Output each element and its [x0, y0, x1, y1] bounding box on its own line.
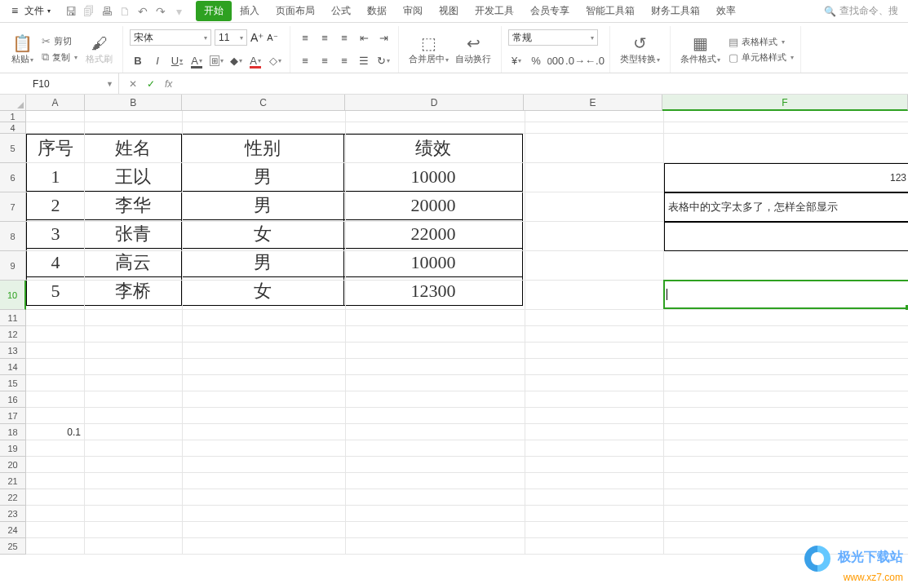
copy-button[interactable]: ⧉复制▾ — [42, 51, 78, 64]
align-middle-button[interactable]: ≡ — [317, 29, 333, 46]
cell-C16[interactable] — [183, 391, 346, 408]
cell-A5[interactable] — [26, 134, 85, 163]
tab-efficiency[interactable]: 效率 — [708, 1, 744, 21]
cell-B13[interactable] — [85, 343, 183, 359]
cell-E9[interactable] — [525, 251, 664, 281]
decrease-font-button[interactable]: A⁻ — [267, 33, 277, 43]
row-header-14[interactable]: 14 — [0, 359, 26, 375]
tab-review[interactable]: 审阅 — [395, 1, 431, 21]
cell-C4[interactable] — [183, 122, 346, 134]
cell-C9[interactable] — [183, 251, 346, 281]
decrease-decimal-button[interactable]: ←.0 — [587, 53, 603, 69]
column-headers[interactable]: ABCDEF — [26, 95, 908, 111]
cell-D20[interactable] — [346, 457, 525, 473]
cell-D9[interactable] — [346, 251, 525, 281]
cell-B22[interactable] — [85, 489, 183, 506]
format-painter-button[interactable]: 🖌 格式刷 — [82, 33, 116, 67]
increase-font-button[interactable]: A⁺ — [250, 31, 264, 44]
cell-E17[interactable] — [525, 408, 664, 424]
tab-formulas[interactable]: 公式 — [323, 1, 359, 21]
cell-F8[interactable] — [664, 222, 908, 251]
cell-C12[interactable] — [183, 326, 346, 343]
italic-button[interactable]: I — [149, 53, 166, 69]
cell-A17[interactable] — [26, 408, 85, 424]
row-header-7[interactable]: 7 — [0, 192, 26, 222]
cell-E19[interactable] — [525, 440, 664, 457]
cell-B9[interactable] — [85, 251, 183, 281]
row-header-9[interactable]: 9 — [0, 251, 26, 281]
cell-C5[interactable] — [183, 134, 346, 163]
row-header-22[interactable]: 22 — [0, 489, 26, 506]
align-top-button[interactable]: ≡ — [297, 29, 313, 46]
cell-A9[interactable] — [26, 251, 85, 281]
row-headers[interactable]: 145678910111213141516171819202122232425 — [0, 111, 26, 588]
cell-D22[interactable] — [346, 489, 525, 506]
indent-increase-button[interactable]: ⇥ — [375, 29, 392, 46]
cell-C23[interactable] — [183, 506, 346, 522]
cell-D11[interactable] — [346, 310, 525, 326]
increase-decimal-button[interactable]: .0→ — [567, 53, 583, 69]
row-header-11[interactable]: 11 — [0, 310, 26, 326]
cells-area[interactable]: 序号姓名性别绩效1王以男100002李华男200003张青女220004高云男1… — [26, 111, 908, 588]
cell-B7[interactable] — [85, 192, 183, 222]
cell-E20[interactable] — [525, 457, 664, 473]
col-header-F[interactable]: F — [662, 95, 908, 111]
cell-A24[interactable] — [26, 522, 85, 538]
cell-A23[interactable] — [26, 506, 85, 522]
cell-C8[interactable] — [183, 222, 346, 251]
cell-F14[interactable] — [664, 359, 908, 375]
cell-F10[interactable] — [664, 281, 908, 310]
spreadsheet-grid[interactable]: ABCDEF 145678910111213141516171819202122… — [0, 95, 908, 588]
cell-F5[interactable] — [664, 134, 908, 163]
cell-B15[interactable] — [85, 375, 183, 391]
align-center-button[interactable]: ≡ — [317, 53, 333, 69]
tab-data[interactable]: 数据 — [359, 1, 395, 21]
percent-button[interactable]: % — [528, 53, 544, 69]
cell-D14[interactable] — [346, 359, 525, 375]
cell-E13[interactable] — [525, 343, 664, 359]
cell-E6[interactable] — [525, 163, 664, 192]
cell-B10[interactable] — [85, 281, 183, 310]
cell-A10[interactable] — [26, 281, 85, 310]
cell-B16[interactable] — [85, 391, 183, 408]
cell-E4[interactable] — [525, 122, 664, 134]
distribute-button[interactable]: ☰ — [356, 53, 372, 69]
cell-F15[interactable] — [664, 375, 908, 391]
row-header-12[interactable]: 12 — [0, 326, 26, 343]
cell-B6[interactable] — [85, 163, 183, 192]
cell-F17[interactable] — [664, 408, 908, 424]
row-header-10[interactable]: 10 — [0, 281, 26, 310]
cell-F11[interactable] — [664, 310, 908, 326]
cell-E14[interactable] — [525, 359, 664, 375]
cell-F18[interactable] — [664, 424, 908, 440]
print-preview-icon[interactable]: 🗋 — [116, 5, 134, 18]
paste-button[interactable]: 📋 粘贴▾ — [8, 32, 37, 67]
type-convert-button[interactable]: ↺ 类型转换▾ — [617, 32, 663, 67]
row-header-19[interactable]: 19 — [0, 440, 26, 457]
cell-D10[interactable] — [346, 281, 525, 310]
cell-D25[interactable] — [346, 538, 525, 555]
row-header-6[interactable]: 6 — [0, 163, 26, 192]
cell-B12[interactable] — [85, 326, 183, 343]
cell-C7[interactable] — [183, 192, 346, 222]
conditional-format-button[interactable]: ▦ 条件格式▾ — [677, 32, 724, 67]
cell-F1[interactable] — [664, 111, 908, 122]
font-color-a-button[interactable]: A▾ — [188, 53, 205, 69]
cancel-formula-button[interactable]: ✕ — [129, 78, 137, 90]
tab-view[interactable]: 视图 — [431, 1, 467, 21]
cell-A16[interactable] — [26, 391, 85, 408]
cell-B24[interactable] — [85, 522, 183, 538]
cell-F24[interactable] — [664, 522, 908, 538]
formula-input[interactable] — [182, 73, 908, 94]
cell-E7[interactable] — [525, 192, 664, 222]
cell-B14[interactable] — [85, 359, 183, 375]
cell-A6[interactable] — [26, 163, 85, 192]
cell-E16[interactable] — [525, 391, 664, 408]
cell-B11[interactable] — [85, 310, 183, 326]
tab-smart-tools[interactable]: 智能工具箱 — [578, 1, 643, 21]
cell-B17[interactable] — [85, 408, 183, 424]
tab-home[interactable]: 开始 — [196, 1, 232, 21]
cell-D13[interactable] — [346, 343, 525, 359]
cell-E12[interactable] — [525, 326, 664, 343]
qat-caret-icon[interactable]: ▾ — [170, 5, 188, 18]
